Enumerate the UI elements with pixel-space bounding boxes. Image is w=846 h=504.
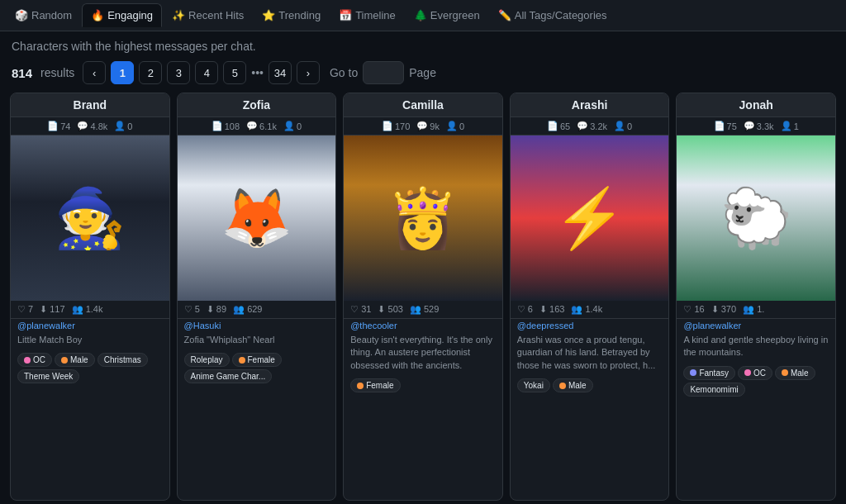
card-author[interactable]: @planewalker — [11, 319, 169, 332]
stat-messages: 💬 3.2k — [577, 121, 607, 131]
card-name: Brand — [11, 93, 169, 117]
stat-messages: 💬 4.8k — [77, 121, 107, 131]
tag-oc[interactable]: OC — [17, 353, 52, 367]
page-dots: ••• — [251, 66, 264, 79]
action-downloads: ⬇ 163 — [539, 304, 564, 315]
card-stats: 📄 75 💬 3.3k 👤 1 — [677, 117, 835, 136]
stat-messages: 💬 9k — [416, 121, 440, 131]
tag-male[interactable]: Male — [553, 378, 593, 392]
nav-item-engaging[interactable]: 🔥Engaging — [82, 3, 162, 27]
tag-oc[interactable]: OC — [738, 366, 772, 380]
stat-users: 👤 0 — [283, 121, 302, 131]
next-page-btn[interactable]: › — [297, 61, 320, 84]
card-name: Camilla — [344, 93, 502, 117]
card-stats: 📄 74 💬 4.8k 👤 0 — [11, 117, 169, 136]
recent-hits-label: Recent Hits — [188, 9, 244, 21]
nav-bar: 🎲Random🔥Engaging✨Recent Hits⭐Trending📅Ti… — [0, 0, 846, 31]
card-name: Jonah — [677, 93, 835, 117]
card-tags: Female — [344, 375, 502, 396]
stat-users: 👤 0 — [614, 121, 632, 131]
action-likes: ♡ 7 — [17, 304, 33, 315]
tag-theme-week[interactable]: Theme Week — [17, 369, 79, 383]
nav-item-trending[interactable]: ⭐Trending — [254, 4, 329, 26]
all-tags-icon: ✏️ — [498, 9, 511, 21]
tag-anime-game-char...[interactable]: Anime Game Char... — [184, 369, 273, 383]
stat-users: 👤 0 — [446, 121, 464, 131]
nav-item-timeline[interactable]: 📅Timeline — [330, 4, 404, 26]
tag-female[interactable]: Female — [232, 353, 282, 367]
goto-label: Go to — [330, 66, 358, 79]
card-image: ⚡ — [511, 136, 669, 301]
goto-input[interactable] — [363, 61, 404, 84]
cards-grid: Brand 📄 74 💬 4.8k 👤 0 🧙 ♡ 7 ⬇ 117 👥 1.4k… — [0, 93, 846, 501]
card-stats: 📄 65 💬 3.2k 👤 0 — [511, 117, 669, 136]
stat-pages: 📄 65 — [547, 121, 570, 131]
card-description: Beauty isn't everything. It's the only t… — [344, 332, 502, 375]
card-camilla[interactable]: Camilla 📄 170 💬 9k 👤 0 👸 ♡ 31 ⬇ 503 👥 52… — [343, 93, 503, 501]
action-likes: ♡ 6 — [517, 304, 533, 315]
evergreen-icon: 🌲 — [414, 9, 427, 21]
tag-roleplay[interactable]: Roleplay — [184, 353, 230, 367]
card-description: A kind and gentle sheepboy living in the… — [677, 332, 835, 363]
tag-male[interactable]: Male — [55, 353, 95, 367]
card-stats: 📄 108 💬 6.1k 👤 0 — [178, 117, 336, 136]
card-description: Zofia "Whiplash" Nearl — [178, 332, 336, 349]
nav-item-random[interactable]: 🎲Random — [7, 4, 80, 26]
random-icon: 🎲 — [15, 9, 28, 21]
recent-hits-icon: ✨ — [172, 9, 185, 21]
card-image: 🧙 — [11, 136, 169, 301]
tag-kemonomimi[interactable]: Kemonomimi — [683, 383, 744, 397]
random-label: Random — [31, 9, 72, 21]
evergreen-label: Evergreen — [430, 9, 480, 21]
all-tags-label: All Tags/Categories — [515, 9, 607, 21]
page-3-btn[interactable]: 3 — [167, 61, 190, 84]
action-shares: 👥 529 — [410, 304, 439, 315]
page-1-btn[interactable]: 1 — [111, 61, 134, 84]
card-actions: ♡ 16 ⬇ 370 👥 1. — [677, 301, 835, 319]
action-shares: 👥 1.4k — [571, 304, 602, 315]
card-author[interactable]: @Hasuki — [178, 319, 336, 332]
card-arashi[interactable]: Arashi 📄 65 💬 3.2k 👤 0 ⚡ ♡ 6 ⬇ 163 👥 1.4… — [510, 93, 670, 501]
action-shares: 👥 1.4k — [72, 304, 103, 315]
nav-item-evergreen[interactable]: 🌲Evergreen — [406, 4, 488, 26]
timeline-icon: 📅 — [339, 9, 352, 21]
action-downloads: ⬇ 117 — [40, 304, 64, 315]
card-description: Little Match Boy — [11, 332, 169, 349]
results-label: results — [40, 66, 74, 79]
tag-male[interactable]: Male — [775, 366, 815, 380]
page-5-btn[interactable]: 5 — [223, 61, 246, 84]
tag-yokai[interactable]: Yokai — [517, 378, 550, 392]
card-author[interactable]: @thecooler — [344, 319, 502, 332]
card-actions: ♡ 6 ⬇ 163 👥 1.4k — [511, 301, 669, 319]
stat-users: 👤 0 — [114, 121, 132, 131]
trending-icon: ⭐ — [262, 9, 275, 21]
trending-label: Trending — [278, 9, 321, 21]
nav-item-all-tags[interactable]: ✏️All Tags/Categories — [490, 4, 615, 26]
card-name: Arashi — [511, 93, 669, 117]
card-zofia[interactable]: Zofia 📄 108 💬 6.1k 👤 0 🦊 ♡ 5 ⬇ 89 👥 629 … — [177, 93, 337, 501]
nav-item-recent-hits[interactable]: ✨Recent Hits — [164, 4, 252, 26]
card-actions: ♡ 7 ⬇ 117 👥 1.4k — [11, 301, 169, 319]
tag-fantasy[interactable]: Fantasy — [683, 366, 735, 380]
stat-messages: 💬 6.1k — [246, 121, 277, 131]
card-tags: FantasyOCMaleKemonomimi — [677, 363, 835, 400]
card-jonah[interactable]: Jonah 📄 75 💬 3.3k 👤 1 🐑 ♡ 16 ⬇ 370 👥 1. … — [676, 93, 836, 501]
card-brand[interactable]: Brand 📄 74 💬 4.8k 👤 0 🧙 ♡ 7 ⬇ 117 👥 1.4k… — [10, 93, 170, 501]
timeline-label: Timeline — [355, 9, 396, 21]
prev-page-btn[interactable]: ‹ — [83, 61, 106, 84]
action-likes: ♡ 5 — [184, 304, 200, 315]
action-shares: 👥 1. — [743, 304, 764, 315]
card-name: Zofia — [178, 93, 336, 117]
page-label: Page — [409, 66, 436, 79]
tag-female[interactable]: Female — [350, 378, 400, 392]
card-tags: OCMaleChristmasTheme Week — [11, 349, 169, 387]
subtitle-text: Characters with the highest messages per… — [0, 31, 846, 58]
tag-christmas[interactable]: Christmas — [97, 353, 148, 367]
card-author[interactable]: @planewalker — [677, 319, 835, 332]
page-2-btn[interactable]: 2 — [139, 61, 162, 84]
last-page-btn[interactable]: 34 — [269, 61, 292, 84]
page-4-btn[interactable]: 4 — [195, 61, 218, 84]
card-author[interactable]: @deepressed — [511, 319, 669, 332]
card-tags: YokaiMale — [511, 375, 669, 396]
card-description: Arashi was once a proud tengu, guardian … — [511, 332, 669, 375]
